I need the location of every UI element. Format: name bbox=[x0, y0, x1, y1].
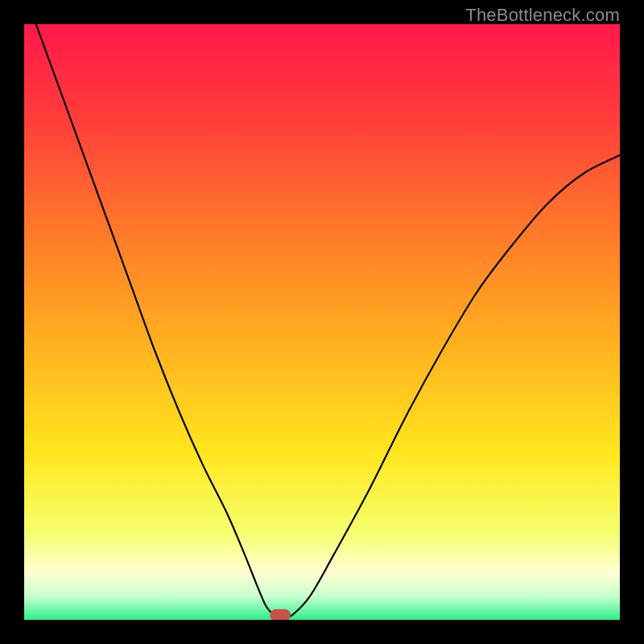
watermark-text: TheBottleneck.com bbox=[465, 5, 620, 26]
chart-frame: TheBottleneck.com bbox=[0, 0, 644, 644]
optimum-marker bbox=[270, 609, 291, 620]
chart-svg bbox=[24, 24, 620, 620]
chart-plot-area bbox=[24, 24, 620, 620]
gradient-background bbox=[24, 24, 620, 620]
